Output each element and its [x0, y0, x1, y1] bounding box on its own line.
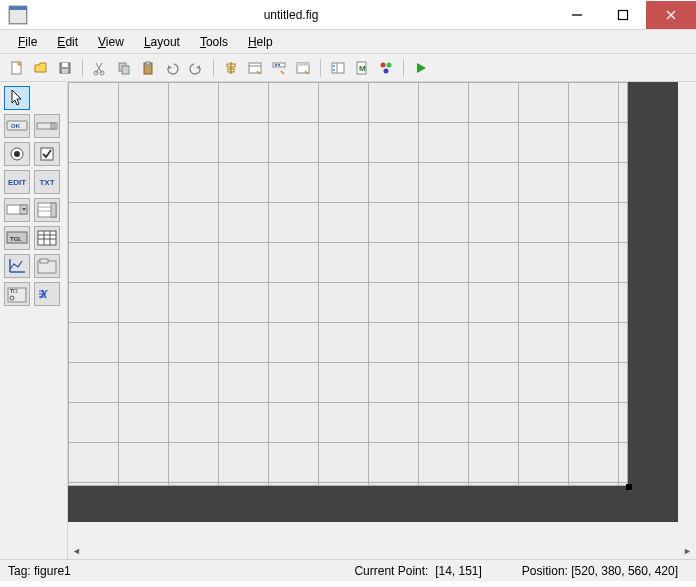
status-bar: Tag: figure1 Current Point: [14, 151] Po…	[0, 559, 696, 581]
main-area: OK EDIT TXT TGL T☐ X	[0, 82, 696, 559]
gui-options-button[interactable]	[375, 57, 397, 79]
slider-tool[interactable]	[34, 114, 60, 138]
svg-rect-27	[297, 63, 309, 66]
align-objects-button[interactable]	[220, 57, 242, 79]
svg-point-35	[387, 62, 392, 67]
svg-text:M: M	[359, 64, 366, 73]
popup-menu-tool[interactable]	[4, 198, 30, 222]
toolbar-editor-button[interactable]	[268, 57, 290, 79]
svg-text:OK: OK	[11, 123, 21, 129]
resize-handle[interactable]	[626, 484, 632, 490]
svg-rect-17	[146, 62, 150, 65]
app-icon	[8, 5, 28, 25]
listbox-tool[interactable]	[34, 198, 60, 222]
radio-button-tool[interactable]	[4, 142, 30, 166]
menu-help[interactable]: Help	[238, 33, 283, 51]
menu-editor-button[interactable]	[244, 57, 266, 79]
toolbar-separator	[213, 59, 214, 77]
check-box-tool[interactable]	[34, 142, 60, 166]
button-group-tool[interactable]: T☐	[4, 282, 30, 306]
svg-point-30	[333, 65, 335, 67]
title-bar: untitled.fig	[0, 0, 696, 30]
axes-tool[interactable]	[4, 254, 30, 278]
svg-rect-28	[332, 63, 344, 73]
figure-layout-grid[interactable]	[68, 82, 628, 486]
menu-view[interactable]: View	[88, 33, 134, 51]
svg-text:TGL: TGL	[10, 236, 22, 242]
activex-tool[interactable]: X	[34, 282, 60, 306]
svg-rect-60	[40, 259, 48, 263]
status-pos-value: [520, 380, 560, 420]	[571, 564, 678, 578]
toggle-button-tool[interactable]: TGL	[4, 226, 30, 250]
menu-layout[interactable]: Layout	[134, 33, 190, 51]
svg-point-31	[333, 69, 335, 71]
scroll-right-arrow[interactable]: ►	[679, 542, 696, 559]
svg-rect-9	[62, 69, 68, 73]
paste-button[interactable]	[137, 57, 159, 79]
svg-point-42	[14, 151, 20, 157]
status-current-point: Current Point: [14, 151]	[354, 564, 481, 578]
window-title: untitled.fig	[28, 8, 554, 22]
m-file-editor-button[interactable]: M	[351, 57, 373, 79]
svg-text:T☐: T☐	[10, 288, 18, 294]
maximize-button[interactable]	[600, 1, 646, 29]
edit-text-tool[interactable]: EDIT	[4, 170, 30, 194]
select-tool-button[interactable]	[4, 86, 30, 110]
new-file-button[interactable]	[6, 57, 28, 79]
status-tag-value: figure1	[34, 564, 71, 578]
svg-rect-40	[51, 123, 55, 129]
toolbar-separator	[320, 59, 321, 77]
svg-rect-15	[122, 66, 129, 74]
table-tool[interactable]	[34, 226, 60, 250]
svg-rect-3	[619, 10, 628, 19]
scroll-left-arrow[interactable]: ◄	[68, 542, 85, 559]
svg-rect-8	[62, 63, 68, 67]
horizontal-scrollbar[interactable]: ◄ ►	[68, 542, 696, 559]
undo-button[interactable]	[161, 57, 183, 79]
svg-rect-1	[9, 6, 27, 10]
copy-button[interactable]	[113, 57, 135, 79]
menu-file[interactable]: File	[8, 33, 47, 51]
toolbar-separator	[403, 59, 404, 77]
window-controls	[554, 1, 696, 29]
svg-rect-43	[41, 148, 53, 160]
svg-rect-24	[275, 64, 277, 66]
toolbar-separator	[82, 59, 83, 77]
minimize-button[interactable]	[554, 1, 600, 29]
property-inspector-button[interactable]	[292, 57, 314, 79]
object-browser-button[interactable]	[327, 57, 349, 79]
svg-rect-52	[38, 231, 56, 245]
redo-button[interactable]	[185, 57, 207, 79]
svg-rect-21	[249, 63, 261, 73]
close-button[interactable]	[646, 1, 696, 29]
status-cp-value: [14, 151]	[435, 564, 482, 578]
svg-rect-25	[278, 64, 280, 66]
canvas-area: ◄ ►	[68, 82, 696, 559]
status-pos-label: Position:	[522, 564, 568, 578]
menu-tools[interactable]: Tools	[190, 33, 238, 51]
component-palette: OK EDIT TXT TGL T☐ X	[0, 82, 68, 559]
svg-point-34	[381, 62, 386, 67]
open-file-button[interactable]	[30, 57, 52, 79]
svg-rect-49	[51, 203, 56, 217]
toolbar: M	[0, 54, 696, 82]
static-text-tool[interactable]: TXT	[34, 170, 60, 194]
status-tag: Tag: figure1	[8, 564, 71, 578]
status-position: Position: [520, 380, 560, 420]	[522, 564, 678, 578]
cut-button[interactable]	[89, 57, 111, 79]
status-cp-label: Current Point:	[354, 564, 428, 578]
svg-point-36	[384, 68, 389, 73]
run-figure-button[interactable]	[410, 57, 432, 79]
push-button-tool[interactable]: OK	[4, 114, 30, 138]
menu-bar: File Edit View Layout Tools Help	[0, 30, 696, 54]
panel-tool[interactable]	[34, 254, 60, 278]
status-tag-label: Tag:	[8, 564, 31, 578]
menu-edit[interactable]: Edit	[47, 33, 88, 51]
save-file-button[interactable]	[54, 57, 76, 79]
